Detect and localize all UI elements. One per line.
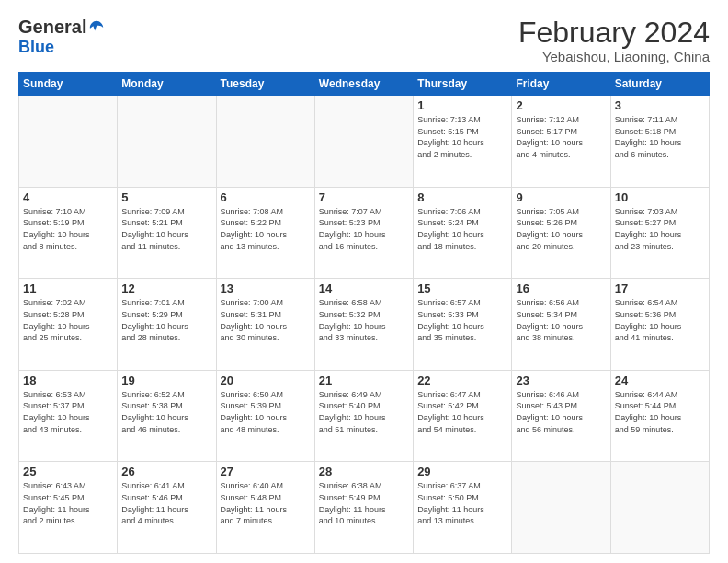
weekday-header-thursday: Thursday — [414, 73, 512, 96]
day-number: 5 — [121, 190, 211, 204]
day-info: Sunrise: 7:05 AM Sunset: 5:26 PM Dayligh… — [516, 206, 606, 252]
calendar-body: 1Sunrise: 7:13 AM Sunset: 5:15 PM Daylig… — [19, 96, 710, 554]
month-title: February 2024 — [518, 17, 710, 49]
table-row — [19, 96, 118, 188]
location-title: Yebaishou, Liaoning, China — [518, 49, 710, 64]
table-row: 18Sunrise: 6:53 AM Sunset: 5:37 PM Dayli… — [19, 370, 118, 462]
table-row: 9Sunrise: 7:05 AM Sunset: 5:26 PM Daylig… — [512, 187, 610, 279]
table-row: 28Sunrise: 6:38 AM Sunset: 5:49 PM Dayli… — [314, 462, 413, 554]
day-number: 19 — [121, 373, 211, 387]
table-row: 19Sunrise: 6:52 AM Sunset: 5:38 PM Dayli… — [118, 370, 216, 462]
calendar-week-row: 1Sunrise: 7:13 AM Sunset: 5:15 PM Daylig… — [19, 96, 710, 188]
calendar-week-row: 11Sunrise: 7:02 AM Sunset: 5:28 PM Dayli… — [19, 279, 710, 371]
table-row — [610, 462, 709, 554]
weekday-header-friday: Friday — [512, 73, 610, 96]
weekday-header-saturday: Saturday — [610, 73, 709, 96]
day-number: 12 — [121, 282, 211, 295]
table-row: 10Sunrise: 7:03 AM Sunset: 5:27 PM Dayli… — [610, 187, 709, 279]
table-row: 26Sunrise: 6:41 AM Sunset: 5:46 PM Dayli… — [118, 462, 216, 554]
day-info: Sunrise: 6:46 AM Sunset: 5:43 PM Dayligh… — [516, 389, 606, 435]
day-number: 14 — [319, 282, 409, 295]
calendar-page: General Blue February 2024 Yebaishou, Li… — [0, 0, 728, 563]
table-row: 17Sunrise: 6:54 AM Sunset: 5:36 PM Dayli… — [610, 279, 709, 371]
weekday-header-row: SundayMondayTuesdayWednesdayThursdayFrid… — [19, 73, 710, 96]
table-row: 7Sunrise: 7:07 AM Sunset: 5:23 PM Daylig… — [314, 187, 413, 279]
table-row: 4Sunrise: 7:10 AM Sunset: 5:19 PM Daylig… — [19, 187, 118, 279]
title-section: February 2024 Yebaishou, Liaoning, China — [518, 17, 710, 64]
day-info: Sunrise: 7:06 AM Sunset: 5:24 PM Dayligh… — [417, 206, 507, 252]
day-number: 6 — [221, 190, 311, 204]
day-number: 11 — [23, 282, 113, 295]
table-row: 13Sunrise: 7:00 AM Sunset: 5:31 PM Dayli… — [216, 279, 314, 371]
day-info: Sunrise: 6:53 AM Sunset: 5:37 PM Dayligh… — [23, 389, 113, 435]
table-row — [118, 96, 216, 188]
calendar-table: SundayMondayTuesdayWednesdayThursdayFrid… — [18, 72, 710, 554]
table-row: 6Sunrise: 7:08 AM Sunset: 5:22 PM Daylig… — [216, 187, 314, 279]
weekday-header-wednesday: Wednesday — [314, 73, 413, 96]
logo: General Blue — [18, 17, 105, 57]
day-info: Sunrise: 7:12 AM Sunset: 5:17 PM Dayligh… — [516, 114, 606, 160]
day-info: Sunrise: 6:44 AM Sunset: 5:44 PM Dayligh… — [615, 389, 705, 435]
day-number: 13 — [221, 282, 311, 295]
day-number: 16 — [516, 282, 606, 295]
day-number: 22 — [417, 373, 507, 387]
day-info: Sunrise: 7:11 AM Sunset: 5:18 PM Dayligh… — [615, 114, 705, 160]
day-number: 8 — [417, 190, 507, 204]
day-number: 3 — [615, 98, 705, 112]
table-row: 5Sunrise: 7:09 AM Sunset: 5:21 PM Daylig… — [118, 187, 216, 279]
logo-bird-icon — [88, 19, 105, 36]
day-info: Sunrise: 6:38 AM Sunset: 5:49 PM Dayligh… — [319, 480, 409, 526]
table-row: 14Sunrise: 6:58 AM Sunset: 5:32 PM Dayli… — [314, 279, 413, 371]
day-number: 7 — [319, 190, 409, 204]
calendar-week-row: 18Sunrise: 6:53 AM Sunset: 5:37 PM Dayli… — [19, 370, 710, 462]
day-info: Sunrise: 7:01 AM Sunset: 5:29 PM Dayligh… — [121, 297, 211, 343]
table-row: 12Sunrise: 7:01 AM Sunset: 5:29 PM Dayli… — [118, 279, 216, 371]
day-info: Sunrise: 7:13 AM Sunset: 5:15 PM Dayligh… — [417, 114, 507, 160]
calendar-week-row: 25Sunrise: 6:43 AM Sunset: 5:45 PM Dayli… — [19, 462, 710, 554]
day-number: 9 — [516, 190, 606, 204]
calendar-header: SundayMondayTuesdayWednesdayThursdayFrid… — [19, 73, 710, 96]
day-info: Sunrise: 7:03 AM Sunset: 5:27 PM Dayligh… — [615, 206, 705, 252]
day-number: 23 — [516, 373, 606, 387]
day-number: 2 — [516, 98, 606, 112]
day-info: Sunrise: 6:54 AM Sunset: 5:36 PM Dayligh… — [615, 297, 705, 343]
day-number: 20 — [221, 373, 311, 387]
table-row: 2Sunrise: 7:12 AM Sunset: 5:17 PM Daylig… — [512, 96, 610, 188]
header: General Blue February 2024 Yebaishou, Li… — [18, 17, 710, 64]
weekday-header-tuesday: Tuesday — [216, 73, 314, 96]
day-info: Sunrise: 7:02 AM Sunset: 5:28 PM Dayligh… — [23, 297, 113, 343]
table-row: 22Sunrise: 6:47 AM Sunset: 5:42 PM Dayli… — [414, 370, 512, 462]
day-info: Sunrise: 7:07 AM Sunset: 5:23 PM Dayligh… — [319, 206, 409, 252]
calendar-week-row: 4Sunrise: 7:10 AM Sunset: 5:19 PM Daylig… — [19, 187, 710, 279]
day-info: Sunrise: 6:43 AM Sunset: 5:45 PM Dayligh… — [23, 480, 113, 526]
day-number: 4 — [23, 190, 113, 204]
day-number: 15 — [417, 282, 507, 295]
day-number: 29 — [417, 465, 507, 478]
table-row: 20Sunrise: 6:50 AM Sunset: 5:39 PM Dayli… — [216, 370, 314, 462]
day-info: Sunrise: 7:08 AM Sunset: 5:22 PM Dayligh… — [221, 206, 311, 252]
day-info: Sunrise: 6:58 AM Sunset: 5:32 PM Dayligh… — [319, 297, 409, 343]
day-info: Sunrise: 7:00 AM Sunset: 5:31 PM Dayligh… — [221, 297, 311, 343]
table-row: 24Sunrise: 6:44 AM Sunset: 5:44 PM Dayli… — [610, 370, 709, 462]
day-number: 17 — [615, 282, 705, 295]
table-row: 8Sunrise: 7:06 AM Sunset: 5:24 PM Daylig… — [414, 187, 512, 279]
day-info: Sunrise: 6:40 AM Sunset: 5:48 PM Dayligh… — [221, 480, 311, 526]
day-info: Sunrise: 6:41 AM Sunset: 5:46 PM Dayligh… — [121, 480, 211, 526]
day-number: 27 — [221, 465, 311, 478]
day-info: Sunrise: 7:09 AM Sunset: 5:21 PM Dayligh… — [121, 206, 211, 252]
day-number: 26 — [121, 465, 211, 478]
table-row: 21Sunrise: 6:49 AM Sunset: 5:40 PM Dayli… — [314, 370, 413, 462]
day-info: Sunrise: 6:52 AM Sunset: 5:38 PM Dayligh… — [121, 389, 211, 435]
day-info: Sunrise: 6:49 AM Sunset: 5:40 PM Dayligh… — [319, 389, 409, 435]
weekday-header-monday: Monday — [118, 73, 216, 96]
weekday-header-sunday: Sunday — [19, 73, 118, 96]
day-number: 1 — [417, 98, 507, 112]
day-number: 10 — [615, 190, 705, 204]
day-number: 24 — [615, 373, 705, 387]
logo-blue-text: Blue — [18, 38, 54, 57]
logo-text: General — [18, 17, 105, 38]
day-info: Sunrise: 6:56 AM Sunset: 5:34 PM Dayligh… — [516, 297, 606, 343]
table-row — [314, 96, 413, 188]
day-number: 25 — [23, 465, 113, 478]
table-row: 3Sunrise: 7:11 AM Sunset: 5:18 PM Daylig… — [610, 96, 709, 188]
